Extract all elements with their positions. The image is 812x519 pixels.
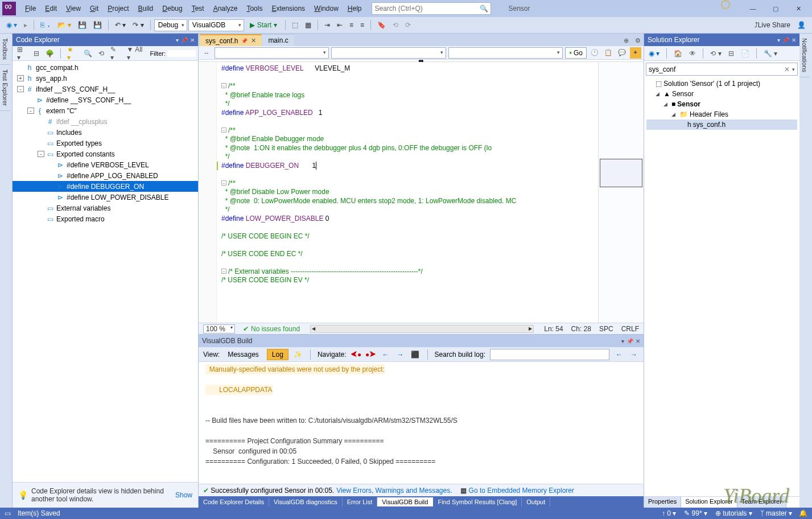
ce-filter-icon[interactable]: ▼ All ▾	[125, 44, 149, 63]
minimize-button[interactable]: —	[741, 0, 764, 17]
minimap[interactable]	[598, 62, 644, 323]
se-pin-icon[interactable]: 📌	[782, 37, 789, 43]
bottom-tab[interactable]: VisualGDB diagnostics	[269, 497, 343, 506]
menu-extensions[interactable]: Extensions	[267, 2, 310, 15]
bottom-tab[interactable]: Code Explorer Details	[199, 497, 269, 506]
se-tree-item[interactable]: ◢■Sensor	[646, 99, 797, 109]
nav-err-prev-icon[interactable]: ⮜●	[351, 349, 361, 360]
se-tree-item[interactable]: ◢📁Header Files	[646, 109, 797, 120]
se-tree-item[interactable]: hsys_conf.h	[646, 120, 797, 130]
se-tree[interactable]: ⬚Solution 'Sensor' (1 of 1 project)◢▲Sen…	[644, 77, 799, 496]
ce-tree-item[interactable]: ⊳#define __SYS_CONF_H__	[13, 94, 198, 105]
se-search[interactable]: ✕ ▾	[646, 63, 798, 76]
se-bottom-tab[interactable]: Properties	[644, 497, 681, 508]
ce-sync-icon[interactable]: ⟲	[96, 48, 106, 59]
feedback-icon[interactable]	[721, 0, 730, 9]
se-tree-item[interactable]: ◢▲Sensor	[646, 89, 797, 99]
menu-file[interactable]: File	[20, 2, 40, 15]
tb-icon-1[interactable]: ⬚	[289, 19, 301, 31]
search-next-icon[interactable]: →	[629, 349, 639, 360]
maximize-button[interactable]: ▢	[764, 0, 787, 17]
build-search-input[interactable]	[490, 349, 609, 360]
ce-tree-item[interactable]: -▭Exported constants	[13, 149, 198, 159]
se-bottom-tab[interactable]: Solution Explorer	[681, 497, 737, 508]
se-search-dropdown-icon[interactable]: ▾	[792, 67, 795, 72]
ce-tree-icon[interactable]: 🌳	[43, 48, 56, 59]
ce-tree-item[interactable]: -{extern "C"	[13, 105, 198, 116]
et-icon-2[interactable]: 📋	[603, 47, 614, 59]
nav-prev-icon[interactable]: ←	[381, 349, 391, 360]
nav-icon[interactable]: ↔	[201, 47, 212, 59]
menu-git[interactable]: Git	[85, 2, 103, 15]
bottom-tab[interactable]: Find Symbol Results [Clang]	[433, 497, 522, 506]
editor-tab[interactable]: sys_conf.h📌✕	[200, 34, 262, 46]
show-link[interactable]: Show	[175, 491, 192, 499]
save-button[interactable]: 💾	[75, 19, 89, 31]
log-button[interactable]: Log	[267, 349, 288, 360]
new-item-button[interactable]: ⎘ ▾	[38, 19, 53, 31]
tb-icon-5[interactable]: ≡	[347, 19, 356, 31]
menu-edit[interactable]: Edit	[40, 2, 61, 15]
ce-tree-item[interactable]: ▭Exported types	[13, 138, 198, 149]
bell-icon[interactable]: 🔔	[799, 509, 807, 517]
toolbox-tab[interactable]: Toolbox	[0, 34, 10, 65]
issues-indicator[interactable]: No issues found	[243, 325, 300, 333]
pin-icon[interactable]: 📌	[181, 37, 188, 43]
quick-search[interactable]: 🔍	[372, 2, 491, 15]
tb-icon-2[interactable]: ▦	[302, 19, 314, 31]
go-button[interactable]: Go	[565, 47, 587, 59]
save-all-button[interactable]: 💾	[90, 19, 105, 31]
menu-tools[interactable]: Tools	[242, 2, 267, 15]
view-errors-link[interactable]: View Errors, Warnings and Messages.	[336, 487, 452, 495]
et-icon-1[interactable]: 🕐	[589, 47, 600, 59]
ce-tree-item[interactable]: ⊳#define VERBOSE_LEVEL	[13, 159, 198, 170]
bottom-tab[interactable]: VisualGDB Build	[377, 497, 433, 506]
panel-close-icon[interactable]: ✕	[190, 37, 195, 43]
minimap-viewport[interactable]	[600, 159, 642, 187]
zoom-combo[interactable]: 100 %	[203, 324, 235, 333]
sb-item[interactable]: ↑ 0 ▾	[662, 509, 676, 517]
build-dropdown-icon[interactable]: ▾	[621, 338, 624, 344]
ce-tree-item[interactable]: -#ifndef __SYS_CONF_H__	[13, 84, 198, 94]
se-back-icon[interactable]: ◉ ▾	[646, 48, 662, 59]
config-combo[interactable]: Debug	[154, 19, 187, 31]
ce-tree-item[interactable]: ⊳#define DEBUGGER_ON	[13, 181, 198, 192]
menu-test[interactable]: Test	[187, 2, 209, 15]
redo-button[interactable]: ↷ ▾	[130, 19, 146, 31]
panel-dropdown-icon[interactable]: ▾	[176, 37, 179, 43]
se-sync-icon[interactable]: 👁	[687, 48, 698, 59]
sb-item[interactable]: ᛉ master ▾	[760, 509, 792, 517]
sb-item[interactable]: ✎ 99* ▾	[684, 509, 707, 517]
live-share-button[interactable]: ⤴ Live Share	[752, 19, 793, 31]
menu-help[interactable]: Help	[343, 2, 366, 15]
code-editor[interactable]: #define VERBOSE_LEVEL VLEVEL_M -/** * @b…	[199, 62, 644, 323]
horizontal-scrollbar[interactable]	[310, 325, 534, 333]
se-clear-icon[interactable]: ✕	[784, 65, 790, 73]
menu-debug[interactable]: Debug	[158, 2, 187, 15]
platform-combo[interactable]: VisualGDB	[188, 19, 244, 31]
test-explorer-tab[interactable]: Test Explorer	[0, 65, 10, 111]
nav-err-next-icon[interactable]: ●⮞	[366, 349, 376, 360]
spc-indicator[interactable]: SPC	[599, 325, 613, 333]
tb-icon-3[interactable]: ⇥	[321, 19, 333, 31]
build-log[interactable]: Manually-specified variables were not us…	[199, 362, 644, 484]
undo-button[interactable]: ↶ ▾	[112, 19, 129, 31]
scope-combo-2[interactable]	[331, 47, 446, 59]
ce-tree-item[interactable]: #ifdef __cplusplus	[13, 116, 198, 127]
se-wrench-icon[interactable]: 🔧 ▾	[761, 48, 780, 59]
ce-tree-item[interactable]: ▭Exported macro	[13, 213, 198, 224]
nav-fwd-button[interactable]: ▸	[21, 19, 30, 31]
tb-icon-6[interactable]: ≡	[357, 19, 367, 31]
scope-combo-3[interactable]	[448, 47, 563, 59]
ce-tool-icon[interactable]: ✎ ▾	[108, 44, 123, 63]
editor-tab[interactable]: main.c	[262, 34, 294, 46]
build-pin-icon[interactable]: 📌	[626, 338, 633, 344]
tb-icon-8[interactable]: ⟳	[402, 19, 414, 31]
wand-icon[interactable]: ✨	[293, 349, 303, 360]
et-icon-4[interactable]: ✦	[630, 47, 641, 59]
eol-indicator[interactable]: CRLF	[621, 325, 639, 333]
close-button[interactable]: ✕	[787, 0, 810, 17]
nav-stop-icon[interactable]: ⬛	[410, 349, 421, 360]
search-input[interactable]	[374, 5, 480, 13]
menu-window[interactable]: Window	[310, 2, 343, 15]
